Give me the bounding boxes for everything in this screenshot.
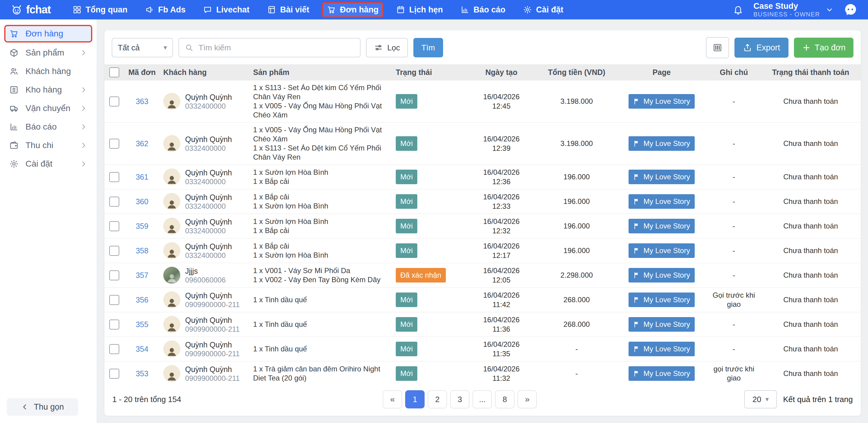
page-button[interactable]: My Love Story <box>628 268 694 283</box>
status-badge: Mới <box>396 194 417 209</box>
row-checkbox[interactable] <box>109 246 119 256</box>
sidebar-item-thu-chi[interactable]: Thu chi <box>4 137 92 154</box>
sidebar-item-kho-hang[interactable]: Kho hàng <box>4 82 92 98</box>
row-checkbox[interactable] <box>109 97 119 106</box>
note-cell: - <box>707 337 761 361</box>
pagination-prev[interactable]: « <box>383 390 402 409</box>
page-button[interactable]: My Love Story <box>628 293 694 307</box>
row-checkbox[interactable] <box>109 172 119 182</box>
export-button[interactable]: Export <box>735 38 788 58</box>
flag-icon <box>633 222 640 230</box>
pagination-page-1[interactable]: 1 <box>405 390 425 409</box>
page-button[interactable]: My Love Story <box>628 170 694 184</box>
products-cell: 1 x Bắp cải1 x Sườn lợn Hòa Bình <box>250 189 393 214</box>
row-checkbox[interactable] <box>109 369 119 379</box>
row-checkbox[interactable] <box>109 270 119 281</box>
cart-icon <box>327 5 336 14</box>
row-checkbox[interactable] <box>109 197 119 207</box>
order-id-link[interactable]: 353 <box>136 369 148 378</box>
customer-name: Quỳnh Quỳnh <box>185 93 232 102</box>
page-button[interactable]: My Love Story <box>628 243 694 258</box>
row-checkbox[interactable] <box>109 344 119 354</box>
column-header: Trạng thái thanh toán <box>761 64 861 80</box>
row-checkbox[interactable] <box>109 139 119 149</box>
nav-item-cai-dat[interactable]: Cài đặt <box>518 2 568 18</box>
customer-avatar <box>163 168 180 186</box>
page-button[interactable]: My Love Story <box>628 136 694 151</box>
pagination-page-3[interactable]: 3 <box>450 390 469 409</box>
page-button[interactable]: My Love Story <box>628 342 694 356</box>
status-filter-select[interactable]: Tất cả ▾ <box>112 38 173 57</box>
products-cell: 1 x Bắp cải1 x Sườn lợn Hòa Bình <box>250 238 393 263</box>
pagination-next[interactable]: » <box>518 390 537 409</box>
create-order-button[interactable]: Tạo đơn <box>794 38 854 58</box>
created-date-cell: 16/04/202612:39 <box>466 123 537 165</box>
sidebar-item-don-hang[interactable]: Đơn hàng <box>4 25 92 42</box>
pagination-page-8[interactable]: 8 <box>495 390 515 409</box>
sidebar-item-bao-cao[interactable]: Báo cáo <box>4 119 92 135</box>
order-id-link[interactable]: 358 <box>136 247 148 255</box>
gear-icon <box>523 5 532 14</box>
row-checkbox[interactable] <box>109 320 119 329</box>
sidebar: Đơn hàngSản phẩmKhách hàngKho hàngVận ch… <box>0 20 96 423</box>
total-cell: 268.000 <box>537 312 616 337</box>
sidebar-item-khach-hang[interactable]: Khách hàng <box>4 63 92 79</box>
order-id-link[interactable]: 362 <box>136 139 148 148</box>
note-cell: - <box>707 80 761 123</box>
nav-item-label: Cài đặt <box>536 5 563 14</box>
column-header: Tổng tiền (VND) <box>537 64 616 80</box>
search-submit-button[interactable]: Tìm <box>413 38 443 57</box>
account-menu[interactable]: Case Study BUSINESS - OWNER <box>753 2 833 18</box>
total-cell: 268.000 <box>537 288 616 312</box>
page-button[interactable]: My Love Story <box>628 219 694 233</box>
sidebar-item-van-chuyen[interactable]: Vận chuyển <box>4 100 92 117</box>
customer-name: Quỳnh Quỳnh <box>185 193 232 202</box>
page-button[interactable]: My Love Story <box>628 366 694 381</box>
select-all-checkbox[interactable] <box>109 67 119 77</box>
page-button[interactable]: My Love Story <box>628 94 694 109</box>
customer-avatar <box>163 291 180 308</box>
products-cell: 1 x Tinh dầu quế <box>250 337 393 361</box>
fchat-logo[interactable]: fchat <box>10 3 51 16</box>
page-button[interactable]: My Love Story <box>628 317 694 332</box>
filter-button-label: Lọc <box>387 43 400 53</box>
filter-button[interactable]: Lọc <box>366 38 408 57</box>
search-input[interactable] <box>198 43 354 53</box>
navbar-right: Case Study BUSINESS - OWNER <box>733 2 858 18</box>
flag-icon <box>633 370 640 377</box>
nav-item-lich-hen[interactable]: Lịch hẹn <box>391 2 448 18</box>
column-settings-button[interactable] <box>706 37 729 58</box>
order-id-link[interactable]: 360 <box>136 197 148 206</box>
page-size-select[interactable]: 20 ▾ <box>744 390 777 409</box>
order-id-link[interactable]: 361 <box>136 173 148 181</box>
order-id-link[interactable]: 357 <box>136 271 148 280</box>
row-checkbox[interactable] <box>109 295 119 305</box>
sidebar-item-cai-dat[interactable]: Cài đặt <box>4 156 92 172</box>
customer-avatar <box>163 193 180 210</box>
pagination-ellipsis[interactable]: ... <box>472 390 492 409</box>
order-id-link[interactable]: 359 <box>136 222 148 230</box>
order-id-link[interactable]: 355 <box>136 320 148 329</box>
nav-item-bai-viet[interactable]: Bài viết <box>262 2 314 18</box>
nav-item-bao-cao[interactable]: Báo cáo <box>456 2 510 18</box>
sidebar-item-san-pham[interactable]: Sản phẩm <box>4 44 92 61</box>
bell-icon[interactable] <box>733 4 744 15</box>
order-id-link[interactable]: 356 <box>136 296 148 304</box>
caret-down-icon: ▾ <box>766 395 769 403</box>
nav-item-fb-ads[interactable]: Fb Ads <box>140 2 191 18</box>
page-button[interactable]: My Love Story <box>628 194 694 209</box>
order-id-link[interactable]: 363 <box>136 97 148 106</box>
pagination-page-2[interactable]: 2 <box>428 390 447 409</box>
order-id-link[interactable]: 354 <box>136 345 148 353</box>
payment-status-cell: Chưa thanh toán <box>761 123 861 165</box>
nav-item-don-hang[interactable]: Đơn hàng <box>322 2 383 18</box>
products-cell: 1 x Tinh dầu quế <box>250 288 393 312</box>
payment-status-cell: Chưa thanh toán <box>761 337 861 361</box>
nav-item-livechat[interactable]: Livechat <box>198 2 254 18</box>
messenger-bubble-icon[interactable] <box>843 2 858 17</box>
collapse-sidebar-button[interactable]: Thu gọn <box>7 398 78 416</box>
sidebar-item-label: Khách hàng <box>26 66 71 76</box>
products-cell: 1 x Sườn lợn Hòa Bình1 x Bắp cải <box>250 165 393 189</box>
row-checkbox[interactable] <box>109 221 119 231</box>
nav-item-tong-quan[interactable]: Tổng quan <box>68 2 132 18</box>
